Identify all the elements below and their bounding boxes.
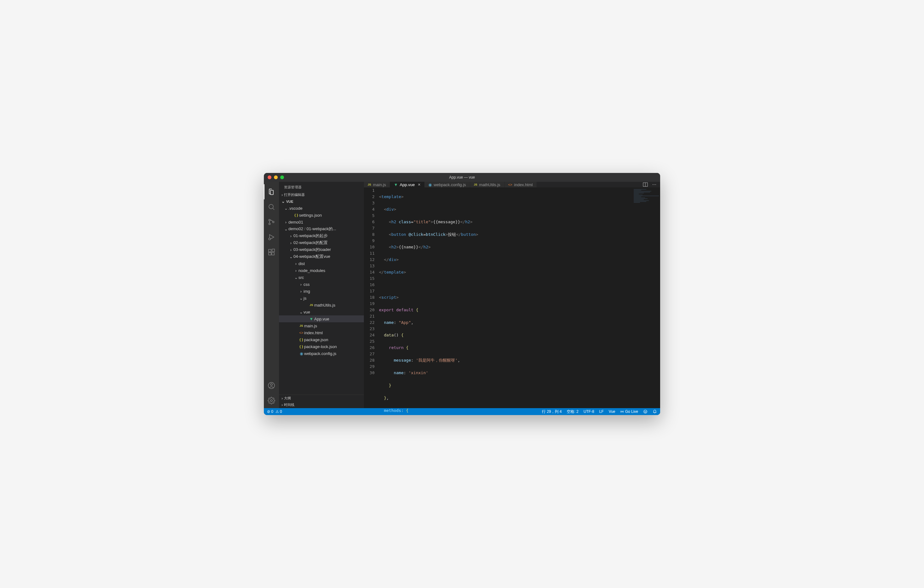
- folder-demo01[interactable]: ›demo01: [279, 219, 364, 226]
- folder-03-webpack-loader[interactable]: ›03-webpack的loader: [279, 246, 364, 253]
- folder-src[interactable]: ⌄src: [279, 274, 364, 281]
- outline-section[interactable]: ›大纲: [279, 395, 364, 402]
- tab-main-js[interactable]: JSmain.js: [364, 182, 390, 188]
- tab-app-vue[interactable]: ▼App.vue×: [390, 182, 424, 188]
- svg-point-1: [269, 219, 271, 221]
- open-editors-section[interactable]: ›打开的编辑器: [279, 191, 364, 198]
- folder-01-webpack-start[interactable]: ›01-webpack的起步: [279, 232, 364, 239]
- svg-point-0: [269, 204, 273, 209]
- timeline-section[interactable]: ›时间线: [279, 402, 364, 408]
- file-main-js[interactable]: JSmain.js: [279, 322, 364, 329]
- folder-02-webpack-config[interactable]: ›02-webpack的配置: [279, 239, 364, 246]
- svg-rect-6: [269, 252, 271, 255]
- folder-demo02[interactable]: ⌄demo02 / 01-webpack的...: [279, 226, 364, 232]
- vscode-window: App.vue — vue: [264, 173, 660, 415]
- svg-rect-7: [272, 252, 274, 255]
- svg-rect-5: [269, 249, 271, 252]
- traffic-lights: [264, 175, 284, 179]
- svg-point-2: [269, 223, 271, 225]
- js-icon: JS: [474, 183, 477, 186]
- accounts-icon[interactable]: [264, 378, 279, 393]
- timeline-label: 时间线: [284, 402, 294, 407]
- vue-icon: ▼: [394, 182, 398, 187]
- svg-point-11: [271, 400, 272, 402]
- folder-dist[interactable]: ›dist: [279, 260, 364, 267]
- explorer-sidebar: 资源管理器 ›打开的编辑器 ⌄VUE ⌄.vscode { }settings.…: [279, 182, 364, 408]
- status-problems[interactable]: ⊘ 0 ⚠ 0: [267, 409, 282, 414]
- close-window-button[interactable]: [267, 175, 271, 179]
- explorer-icon[interactable]: [264, 184, 279, 199]
- editor-tabs: JSmain.js ▼App.vue× ◉webpack.config.js J…: [364, 182, 660, 188]
- tab-mathutils[interactable]: JSmathUtils.js: [470, 182, 505, 188]
- window-title: App.vue — vue: [449, 175, 475, 180]
- minimize-window-button[interactable]: [274, 175, 278, 179]
- folder-img[interactable]: ›img: [279, 288, 364, 295]
- tab-index-html[interactable]: <>index.html: [505, 182, 537, 188]
- open-editors-label: 打开的编辑器: [284, 193, 305, 197]
- folder-node-modules[interactable]: ›node_modules: [279, 267, 364, 274]
- activity-bar: [264, 182, 279, 408]
- outline-label: 大纲: [284, 396, 291, 400]
- code-content[interactable]: <template> <div> <h2 class="title">{{mes…: [379, 188, 660, 415]
- file-package-json[interactable]: { }package.json: [279, 336, 364, 343]
- tab-webpack-config[interactable]: ◉webpack.config.js: [424, 182, 470, 188]
- svg-point-10: [271, 384, 272, 385]
- run-debug-icon[interactable]: [264, 229, 279, 245]
- more-actions-icon[interactable]: ···: [652, 182, 657, 188]
- split-editor-icon[interactable]: [643, 182, 648, 187]
- svg-point-3: [273, 221, 274, 223]
- file-app-vue[interactable]: ▼App.vue: [279, 315, 364, 322]
- extensions-icon[interactable]: [264, 245, 279, 260]
- file-tree: ⌄.vscode { }settings.json ›demo01 ⌄demo0…: [279, 205, 364, 395]
- folder-04-webpack-vue[interactable]: ⌄04-webpack配置vue: [279, 253, 364, 260]
- editor-area: JSmain.js ▼App.vue× ◉webpack.config.js J…: [364, 182, 660, 408]
- search-icon[interactable]: [264, 199, 279, 214]
- svg-point-4: [269, 238, 271, 240]
- settings-gear-icon[interactable]: [264, 393, 279, 408]
- folder-css[interactable]: ›css: [279, 281, 364, 288]
- file-package-lock-json[interactable]: { }package-lock.json: [279, 343, 364, 350]
- html-icon: <>: [508, 183, 512, 186]
- code-editor[interactable]: 1234567891011121314151617181920212223242…: [364, 188, 660, 415]
- project-name-label: VUE: [286, 200, 294, 203]
- svg-rect-8: [272, 249, 275, 252]
- line-numbers: 1234567891011121314151617181920212223242…: [364, 188, 379, 415]
- titlebar: App.vue — vue: [264, 173, 660, 182]
- file-mathutils[interactable]: JSmathUtils.js: [279, 301, 364, 308]
- webpack-icon: ◉: [428, 182, 432, 187]
- js-icon: JS: [368, 183, 371, 186]
- file-index-html[interactable]: <>index.html: [279, 329, 364, 336]
- maximize-window-button[interactable]: [280, 175, 284, 179]
- sidebar-title: 资源管理器: [279, 182, 364, 191]
- file-settings-json[interactable]: { }settings.json: [279, 212, 364, 219]
- folder-vue[interactable]: ⌄vue: [279, 308, 364, 315]
- file-webpack-config[interactable]: ◉webpack.config.js: [279, 350, 364, 357]
- folder-vscode[interactable]: ⌄.vscode: [279, 205, 364, 212]
- minimap[interactable]: [634, 189, 659, 211]
- folder-js[interactable]: ⌄js: [279, 295, 364, 301]
- source-control-icon[interactable]: [264, 214, 279, 229]
- project-section[interactable]: ⌄VUE: [279, 198, 364, 205]
- close-tab-icon[interactable]: ×: [418, 182, 421, 187]
